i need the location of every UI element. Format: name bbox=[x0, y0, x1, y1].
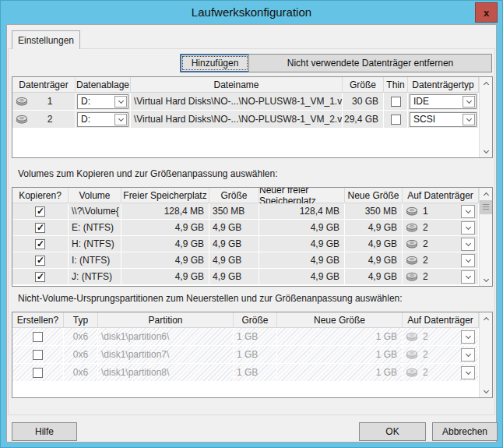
disk-type-combobox[interactable]: SCSI bbox=[410, 112, 477, 127]
col-auf-datentraeger: Auf Datenträger bbox=[403, 188, 479, 203]
chevron-down-icon[interactable] bbox=[114, 114, 127, 125]
new-size-cell: 1 GB bbox=[277, 346, 403, 364]
chevron-down-icon[interactable] bbox=[461, 254, 475, 267]
col-neue-groesse: Neue Größe bbox=[345, 188, 403, 203]
target-disk-value: 2 bbox=[423, 331, 428, 342]
new-free-space-cell: 128,4 MB bbox=[259, 203, 345, 220]
volumes-label: Volumes zum Kopieren und zur Größenanpas… bbox=[18, 168, 278, 179]
volumes-table: Kopieren? Volume Freier Speicherplatz Gr… bbox=[12, 187, 493, 287]
virtual-disks-table: Datenträger Datenablage Dateiname Größe … bbox=[12, 76, 493, 158]
scrollbar[interactable] bbox=[479, 312, 492, 397]
size-cell: 4,9 GB bbox=[209, 236, 259, 252]
type-cell: 0x6 bbox=[64, 328, 98, 346]
size-cell: 4,9 GB bbox=[209, 269, 259, 285]
volume-cell: J: (NTFS) bbox=[69, 269, 121, 285]
scroll-down-icon[interactable] bbox=[480, 273, 492, 286]
new-free-space-cell: 4,9 GB bbox=[259, 269, 345, 285]
partitions-label: Nicht-Volume-Ursprungspartitionen zum Ne… bbox=[18, 293, 403, 304]
volume-cell: E: (NTFS) bbox=[69, 220, 121, 236]
table-row: J: (NTFS) 4,9 GB 4,9 GB 4,9 GB 4,9 GB 2 bbox=[12, 269, 479, 285]
copy-checkbox[interactable] bbox=[35, 256, 45, 266]
filename-cell: \Virtual Hard Disks\NO-...\NO-PLUSW8-1_V… bbox=[131, 93, 343, 111]
free-space-cell: 4,9 GB bbox=[121, 220, 209, 236]
disk-icon bbox=[16, 97, 28, 106]
col-dateiname: Dateiname bbox=[131, 77, 343, 93]
free-space-cell: 128,4 MB bbox=[121, 203, 209, 220]
disk-icon bbox=[406, 239, 418, 249]
size-cell: 350 MB bbox=[209, 203, 259, 220]
table-row: 0x6 \disk1\partition6\ 1 GB 1 GB 2 bbox=[12, 328, 479, 346]
scrollbar[interactable] bbox=[479, 77, 492, 157]
partition-cell: \disk1\partition7\ bbox=[98, 346, 234, 364]
target-disk-value: 2 bbox=[423, 271, 428, 282]
disk-icon bbox=[406, 206, 418, 216]
scrollbar-thumb[interactable] bbox=[480, 200, 492, 214]
storage-location-combobox[interactable]: D: bbox=[77, 112, 128, 127]
scroll-up-icon[interactable] bbox=[480, 188, 492, 200]
col-neue-groesse: Neue Größe bbox=[277, 312, 403, 328]
size-cell: 1 GB bbox=[234, 346, 277, 364]
cancel-button[interactable]: Abbrechen bbox=[432, 422, 498, 441]
chevron-down-icon[interactable] bbox=[461, 366, 475, 379]
scroll-up-icon[interactable] bbox=[480, 312, 492, 325]
add-disk-button[interactable]: Hinzufügen bbox=[180, 54, 250, 72]
copy-checkbox[interactable] bbox=[35, 223, 45, 233]
remove-unused-disks-button[interactable]: Nicht verwendete Datenträger entfernen bbox=[248, 54, 492, 72]
scroll-down-icon[interactable] bbox=[480, 145, 492, 157]
size-cell: 1 GB bbox=[234, 364, 277, 382]
dialog-client-area: Einstellungen Zu erstellende virtuelle D… bbox=[6, 24, 497, 443]
window-title: Laufwerkskonfiguration bbox=[1, 5, 502, 19]
col-erstellen: Erstellen? bbox=[12, 312, 64, 328]
table-row: 0x6 \disk1\partition7\ 1 GB 1 GB 2 bbox=[12, 346, 479, 364]
filename-cell: \Virtual Hard Disks\NO-...\NO-PLUSW8-1_V… bbox=[131, 111, 343, 129]
thin-checkbox[interactable] bbox=[391, 97, 401, 107]
size-cell: 1 GB bbox=[234, 328, 277, 346]
copy-checkbox[interactable] bbox=[35, 272, 45, 282]
scroll-down-icon[interactable] bbox=[480, 385, 492, 397]
help-button[interactable]: Hilfe bbox=[12, 422, 77, 441]
scroll-up-icon[interactable] bbox=[480, 77, 492, 90]
target-disk-value: 2 bbox=[423, 349, 428, 360]
type-cell: 0x6 bbox=[64, 364, 98, 382]
table-row: 2 D: \Virtual Hard Disks\NO-...\NO-PLUSW… bbox=[12, 111, 479, 129]
chevron-down-icon[interactable] bbox=[463, 114, 475, 125]
storage-location-combobox[interactable]: D: bbox=[77, 94, 128, 109]
tab-label: Einstellungen bbox=[18, 35, 74, 46]
col-typ: Typ bbox=[64, 312, 98, 328]
chevron-down-icon[interactable] bbox=[114, 96, 127, 108]
create-checkbox[interactable] bbox=[33, 332, 43, 342]
partition-cell: \disk1\partition8\ bbox=[98, 364, 234, 382]
new-size-cell: 4,9 GB bbox=[345, 220, 403, 236]
copy-checkbox[interactable] bbox=[35, 206, 45, 217]
thin-checkbox[interactable] bbox=[391, 115, 401, 125]
chevron-down-icon[interactable] bbox=[461, 238, 475, 251]
new-size-cell: 1 GB bbox=[277, 364, 403, 382]
chevron-down-icon[interactable] bbox=[461, 205, 475, 218]
new-size-cell: 4,9 GB bbox=[345, 252, 403, 269]
chevron-down-icon[interactable] bbox=[461, 270, 475, 284]
chevron-down-icon[interactable] bbox=[461, 330, 475, 344]
volume-cell: H: (NTFS) bbox=[69, 236, 121, 252]
close-button[interactable]: x bbox=[475, 2, 498, 23]
tab-einstellungen[interactable]: Einstellungen bbox=[12, 30, 80, 49]
free-space-cell: 4,9 GB bbox=[121, 252, 209, 269]
disk-type-combobox[interactable]: IDE bbox=[410, 94, 477, 109]
ok-button[interactable]: OK bbox=[359, 422, 426, 441]
create-checkbox[interactable] bbox=[33, 350, 43, 360]
chevron-down-icon[interactable] bbox=[461, 221, 475, 235]
scrollbar[interactable] bbox=[479, 188, 492, 286]
target-disk-value: 2 bbox=[423, 367, 428, 378]
copy-checkbox[interactable] bbox=[35, 239, 45, 249]
volumes-table-header: Kopieren? Volume Freier Speicherplatz Gr… bbox=[12, 188, 479, 203]
new-free-space-cell: 4,9 GB bbox=[259, 252, 345, 269]
col-freier-speicherplatz: Freier Speicherplatz bbox=[121, 188, 209, 203]
table-row: I: (NTFS) 4,9 GB 4,9 GB 4,9 GB 4,9 GB 2 bbox=[12, 252, 479, 269]
col-kopieren: Kopieren? bbox=[12, 188, 69, 203]
chevron-down-icon[interactable] bbox=[463, 96, 475, 108]
volume-cell: I: (NTFS) bbox=[69, 252, 121, 269]
target-disk-value: 1 bbox=[423, 206, 428, 217]
target-disk-value: 2 bbox=[423, 238, 428, 249]
create-checkbox[interactable] bbox=[33, 368, 43, 378]
chevron-down-icon[interactable] bbox=[461, 348, 475, 362]
partition-cell: \disk1\partition6\ bbox=[98, 328, 234, 346]
